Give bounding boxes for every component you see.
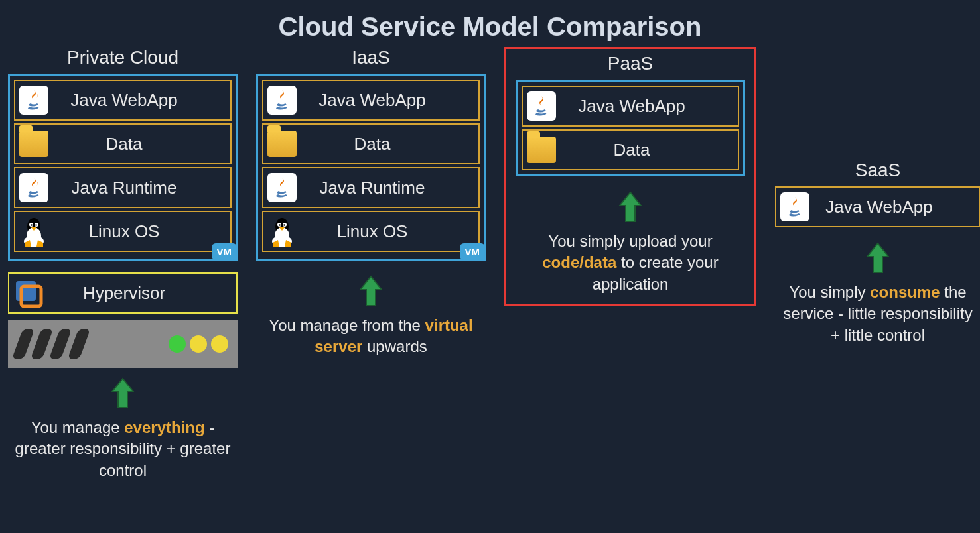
layer-data: Data	[522, 129, 739, 170]
vm-badge: VM	[460, 243, 486, 260]
java-icon	[18, 84, 50, 116]
led-yellow-icon	[211, 335, 228, 353]
hardware-box	[8, 320, 238, 368]
layer-data: Data	[262, 123, 480, 164]
linux-icon	[18, 215, 50, 247]
column-title-iaas: IaaS	[352, 47, 390, 68]
svg-point-14	[279, 224, 281, 226]
caption-highlight: everything	[124, 418, 204, 436]
layer-linux-os: Linux OS	[262, 211, 480, 252]
caption-text: You manage	[31, 418, 125, 436]
saas-box: Java WebApp	[775, 186, 980, 227]
folder-icon	[525, 134, 557, 166]
svg-point-15	[283, 224, 285, 226]
layer-java-runtime: Java Runtime	[14, 167, 232, 208]
column-title-paas: PaaS	[608, 53, 654, 74]
folder-icon	[266, 128, 298, 160]
folder-icon	[18, 128, 50, 160]
hardware-slot-icon	[68, 329, 91, 359]
layer-java-webapp: Java WebApp	[522, 86, 739, 127]
vm-badge: VM	[212, 243, 238, 260]
vm-box-private: Java WebApp Data Java Runtime Linux OS V…	[8, 74, 238, 261]
svg-point-6	[35, 224, 37, 226]
layer-data: Data	[14, 123, 232, 164]
java-icon	[779, 191, 811, 223]
arrow-up-icon	[865, 242, 891, 278]
java-icon	[525, 90, 557, 122]
layer-label: Java WebApp	[50, 90, 230, 111]
caption-highlight: code/data	[542, 253, 616, 271]
svg-point-5	[31, 224, 33, 226]
caption-text: You simply upload your	[548, 232, 712, 250]
layer-label: Java Runtime	[50, 178, 230, 198]
column-paas: PaaS Java WebApp Data You simply upload …	[504, 47, 756, 306]
layer-label: Java WebApp	[557, 96, 738, 117]
arrow-up-icon	[109, 377, 136, 413]
layer-label: Data	[50, 134, 230, 154]
java-icon	[266, 84, 298, 116]
paas-highlight-box: PaaS Java WebApp Data You simply upload …	[504, 47, 756, 306]
java-icon	[266, 172, 298, 204]
layer-label: Linux OS	[50, 221, 230, 242]
caption-paas: You simply upload your code/data to crea…	[531, 231, 730, 295]
layer-java-webapp: Java WebApp	[14, 80, 232, 121]
layer-linux-os: Linux OS	[14, 211, 232, 252]
column-title-private: Private Cloud	[67, 47, 178, 68]
layer-label: Java WebApp	[298, 90, 478, 111]
java-icon	[18, 172, 50, 204]
caption-iaas: You manage from the virtual server upwar…	[261, 315, 480, 358]
vm-box-iaas: Java WebApp Data Java Runtime Linux OS V…	[256, 74, 486, 261]
arrow-up-icon	[358, 275, 384, 311]
column-private-cloud: Private Cloud Java WebApp Data Java Runt…	[8, 47, 238, 481]
caption-highlight: consume	[870, 283, 940, 301]
caption-text: upwards	[362, 337, 427, 355]
led-green-icon	[169, 335, 186, 353]
svg-rect-7	[16, 281, 36, 301]
layer-label: Data	[557, 140, 738, 160]
layer-java-webapp: Java WebApp	[262, 80, 480, 121]
caption-saas: You simply consume the service - little …	[778, 282, 977, 346]
hypervisor-icon	[12, 277, 44, 309]
arrow-up-icon	[617, 191, 644, 227]
column-iaas: IaaS Java WebApp Data Java Runtime Linux…	[256, 47, 486, 358]
layer-label: Data	[298, 134, 478, 154]
page-title: Cloud Service Model Comparison	[0, 0, 980, 47]
layer-label: Java WebApp	[811, 197, 979, 217]
hypervisor-box: Hypervisor	[8, 272, 238, 314]
led-yellow-icon	[190, 335, 207, 353]
layer-label: Linux OS	[298, 221, 478, 242]
caption-private: You manage everything - greater responsi…	[13, 417, 232, 481]
layer-label: Java Runtime	[298, 178, 478, 198]
column-saas: SaaS Java WebApp You simply consume the …	[775, 160, 980, 346]
linux-icon	[266, 215, 298, 247]
caption-text: You simply	[789, 283, 870, 301]
layer-java-runtime: Java Runtime	[262, 167, 480, 208]
columns-container: Private Cloud Java WebApp Data Java Runt…	[0, 47, 980, 481]
hypervisor-label: Hypervisor	[44, 283, 236, 304]
column-title-saas: SaaS	[855, 160, 901, 181]
caption-text: You manage from the	[269, 316, 425, 334]
vm-box-paas: Java WebApp Data	[516, 80, 745, 176]
